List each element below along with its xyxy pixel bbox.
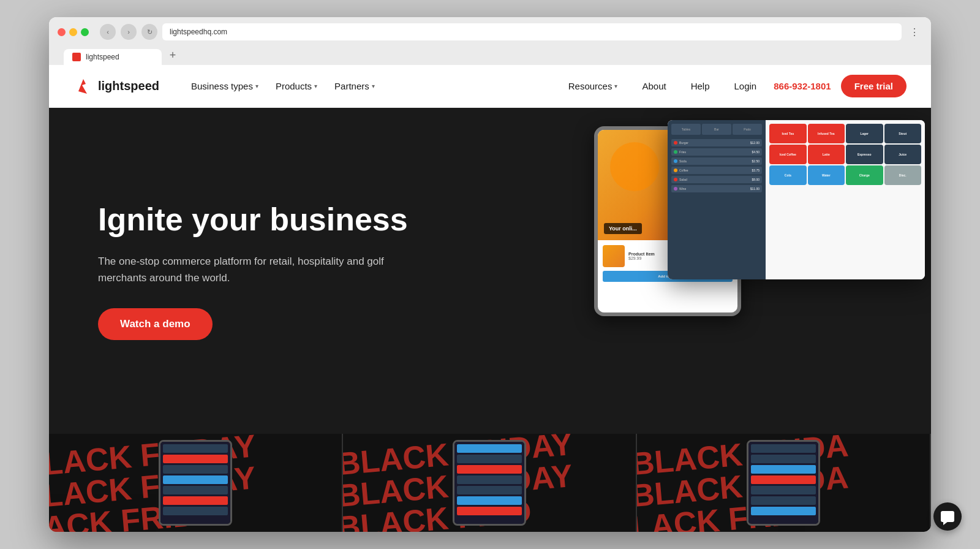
bf-screen-row <box>751 444 816 453</box>
maximize-button[interactable] <box>81 28 89 36</box>
nav-item-products[interactable]: Products ▾ <box>268 76 325 96</box>
nav-item-business-types[interactable]: Business types ▾ <box>184 76 266 96</box>
bf-screen-row <box>163 444 228 453</box>
pos-item-price: $11.00 <box>750 187 760 191</box>
chevron-down-icon: ▾ <box>255 83 258 89</box>
logo-text: lightspeed <box>98 79 159 93</box>
bf-screen-row-highlight <box>163 455 228 463</box>
pos-item-price: $2.50 <box>752 159 760 163</box>
phone-number[interactable]: 866-932-1801 <box>774 81 831 91</box>
bf-card-1: LACK FRIDAY LACK FRIDAY ACK FRIDA <box>49 434 343 532</box>
pos-status-dot <box>674 178 677 181</box>
pos-menu-btn[interactable]: Water <box>808 165 845 185</box>
browser-tab[interactable]: lightspeed <box>64 49 162 65</box>
more-button[interactable]: ⋮ <box>907 24 922 40</box>
nav-right: Resources ▾ About Help Login 866-932-180… <box>561 75 907 97</box>
pos-discount-btn[interactable]: Disc. <box>884 165 922 185</box>
chat-icon <box>941 511 954 522</box>
pos-menu-btn[interactable]: Stout <box>884 124 922 143</box>
bf-screen-row <box>457 486 522 494</box>
hero-content: Ignite your business The one-stop commer… <box>98 202 466 340</box>
pos-item-price: $8.00 <box>752 178 760 181</box>
chevron-down-icon: ▾ <box>372 83 375 89</box>
bf-screen-row <box>457 475 522 484</box>
tab-title: lightspeed <box>86 53 119 61</box>
bf-card-2: BLACK FRIDAY BLACK FRIDAY BLACK FRID <box>343 434 637 532</box>
pos-screenshot: Tables Bar Patio Burger $12.00 Fries <box>668 120 925 279</box>
back-button[interactable]: ‹ <box>100 24 116 40</box>
pos-menu-btn[interactable]: Iced Tea <box>769 124 807 143</box>
pos-checkout-btn[interactable]: Charge <box>846 165 883 185</box>
address-bar[interactable] <box>162 23 902 40</box>
bf-tablet-2 <box>453 440 526 526</box>
bf-screen-row-blue <box>163 475 228 484</box>
bf-tablet-screen <box>160 442 230 524</box>
nav-item-label: Products <box>276 81 312 91</box>
pos-item-name: Wine <box>679 187 748 191</box>
traffic-lights <box>58 28 89 36</box>
bf-tablet-1 <box>159 440 232 526</box>
nav-item-resources[interactable]: Resources ▾ <box>561 76 625 96</box>
bf-screen-row <box>751 507 816 515</box>
nav-item-about[interactable]: About <box>635 76 673 96</box>
new-tab-button[interactable]: + <box>164 47 181 64</box>
nav-item-partners[interactable]: Partners ▾ <box>327 76 382 96</box>
chat-button[interactable] <box>933 502 962 531</box>
bf-screen-row <box>163 507 228 515</box>
pos-order-panel: Tables Bar Patio Burger $12.00 Fries <box>668 120 766 279</box>
logo-area[interactable]: lightspeed <box>74 77 159 96</box>
ipad-product-thumb <box>603 245 625 267</box>
pos-status-dot <box>674 141 677 145</box>
pos-item-price: $12.00 <box>750 141 760 145</box>
browser-controls: ‹ › ↻ ⋮ <box>58 23 922 40</box>
pos-item-name: Salad <box>679 178 750 181</box>
pos-header-tab: Bar <box>702 124 731 135</box>
hero-images: Your onli... Product Item $29.99 Add to … <box>514 108 931 434</box>
nav-left: Business types ▾ Products ▾ Partners ▾ <box>184 76 561 96</box>
bf-tablet-3 <box>747 440 820 526</box>
pos-status-dot <box>674 159 677 163</box>
pos-menu-btn[interactable]: Iced Coffee <box>769 145 807 164</box>
bf-screen-row <box>457 496 522 505</box>
pos-menu-btn[interactable]: Cola <box>769 165 807 185</box>
pos-header-tab: Tables <box>671 124 701 135</box>
close-button[interactable] <box>58 28 66 36</box>
bf-screen-row <box>457 465 522 474</box>
nav-item-label: About <box>642 81 666 91</box>
hero-title: Ignite your business <box>98 202 466 238</box>
pos-menu-btn[interactable]: Latte <box>808 145 845 164</box>
pos-header: Tables Bar Patio <box>671 124 762 135</box>
nav-item-label: Help <box>691 81 710 91</box>
reload-button[interactable]: ↻ <box>141 24 157 40</box>
bf-screen-row <box>457 455 522 463</box>
bf-screen-row <box>751 496 816 505</box>
browser-chrome: ‹ › ↻ ⋮ lightspeed + <box>49 17 931 65</box>
bf-card-3: BLACK FRIDA BLACK FRIDA LACK FRID <box>637 434 931 532</box>
pos-menu-btn[interactable]: Infused Tea <box>808 124 845 143</box>
pos-item-name: Fries <box>679 150 750 154</box>
ipad-store-overlay: Your onli... <box>604 223 642 234</box>
lightspeed-logo-icon <box>74 77 93 96</box>
bf-screen-row <box>163 486 228 494</box>
bf-screen-row <box>751 486 816 494</box>
pos-menu-btn[interactable]: Espresso <box>846 145 883 164</box>
pos-item-name: Coffee <box>679 168 750 172</box>
tab-bar: lightspeed + <box>58 47 922 65</box>
watch-demo-button[interactable]: Watch a demo <box>98 308 213 340</box>
pos-menu-btn[interactable]: Juice <box>884 145 922 164</box>
pos-order-item: Burger $12.00 <box>671 139 762 146</box>
tab-favicon <box>72 53 81 61</box>
minimize-button[interactable] <box>69 28 77 36</box>
bf-screen-row <box>457 444 522 453</box>
nav-item-login[interactable]: Login <box>727 76 764 96</box>
pos-menu-btn[interactable]: Lager <box>846 124 883 143</box>
nav-item-help[interactable]: Help <box>684 76 717 96</box>
black-friday-section: LACK FRIDAY LACK FRIDAY ACK FRIDA <box>49 434 931 532</box>
free-trial-button[interactable]: Free trial <box>841 75 907 97</box>
nav-item-label: Partners <box>334 81 369 91</box>
pos-status-dot <box>674 168 677 172</box>
pos-status-dot <box>674 150 677 154</box>
forward-button[interactable]: › <box>121 24 137 40</box>
hero-subtitle: The one-stop commerce platform for retai… <box>98 253 392 286</box>
bf-screen-row <box>751 475 816 484</box>
